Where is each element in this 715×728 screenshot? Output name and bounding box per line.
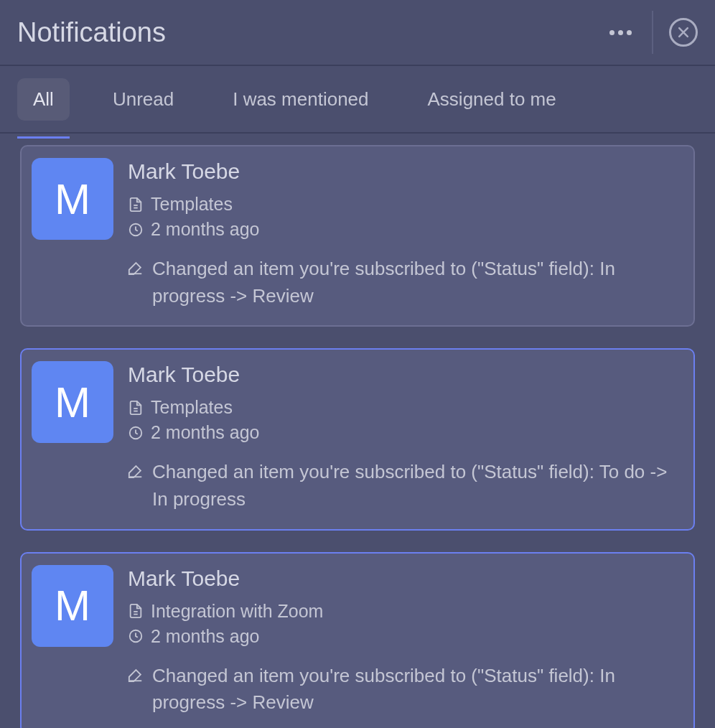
document-icon [128,603,144,619]
tab-assigned[interactable]: Assigned to me [412,78,572,121]
clock-icon [128,222,144,238]
notification-context: Templates [151,397,233,418]
notification-body: Mark Toebe Templates 2 months ago [128,158,683,309]
tabs-bar: All Unread I was mentioned Assigned to m… [0,66,715,134]
notification-time: 2 months ago [151,422,260,443]
notification-context-row: Integration with Zoom [128,601,683,622]
notification-body: Mark Toebe Integration with Zoom 2 month… [128,565,683,717]
document-icon [128,400,144,416]
ellipsis-icon [609,30,632,35]
notification-context: Integration with Zoom [151,601,323,622]
panel-header: Notifications [0,0,715,66]
notification-message: Changed an item you're subscribed to ("S… [152,459,683,513]
close-button[interactable] [669,18,698,47]
notification-time-row: 2 months ago [128,626,683,647]
notification-message-row: Changed an item you're subscribed to ("S… [128,663,683,717]
document-icon [128,197,144,213]
avatar: M [32,565,113,647]
notification-body: Mark Toebe Templates 2 months ago [128,361,683,513]
more-options-button[interactable] [603,15,637,50]
clock-icon [128,425,144,441]
notification-card[interactable]: M Mark Toebe Integration with Zoom 2 mon… [20,552,695,728]
notification-message-row: Changed an item you're subscribed to ("S… [128,256,683,309]
edit-icon [128,260,144,276]
notification-context: Templates [151,194,233,215]
notification-message: Changed an item you're subscribed to ("S… [152,663,683,717]
notification-context-row: Templates [128,194,683,215]
notification-author: Mark Toebe [128,159,683,184]
header-separator [652,11,653,54]
close-icon [676,25,691,39]
notification-time: 2 months ago [151,219,260,240]
tab-all[interactable]: All [17,78,70,121]
notification-context-row: Templates [128,397,683,418]
notification-card[interactable]: M Mark Toebe Templates 2 months ago [20,145,695,327]
tab-mentioned[interactable]: I was mentioned [217,78,384,121]
notification-card[interactable]: M Mark Toebe Templates 2 months ago [20,348,695,530]
notification-message-row: Changed an item you're subscribed to ("S… [128,459,683,513]
notifications-panel: Notifications All Unread I was mentioned… [0,0,715,728]
avatar: M [32,361,113,443]
notification-time-row: 2 months ago [128,422,683,443]
panel-title: Notifications [17,17,603,48]
notification-message: Changed an item you're subscribed to ("S… [152,256,683,309]
edit-icon [128,463,144,479]
notification-time: 2 months ago [151,626,260,647]
notifications-list[interactable]: M Mark Toebe Templates 2 months ago [0,134,715,728]
tab-unread[interactable]: Unread [97,78,190,121]
edit-icon [128,667,144,683]
notification-author: Mark Toebe [128,566,683,591]
avatar: M [32,158,113,240]
notification-author: Mark Toebe [128,363,683,387]
clock-icon [128,628,144,644]
notification-time-row: 2 months ago [128,219,683,240]
